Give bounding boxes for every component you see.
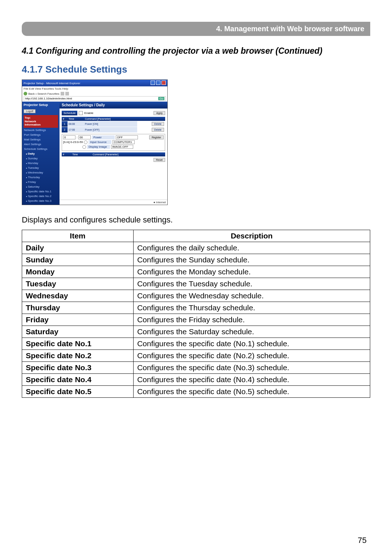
image-select[interactable]: IMAGE-OFF xyxy=(111,145,133,149)
cell-item: Daily xyxy=(22,242,134,254)
cell-item: Specific date No.5 xyxy=(22,385,134,397)
subsection-title: 4.1.7 Schedule Settings xyxy=(22,64,370,75)
delete-button[interactable]: Delete xyxy=(152,128,164,132)
th-time: Time xyxy=(68,117,84,121)
menubar[interactable]: File Edit View Favorites Tools Help xyxy=(22,86,167,91)
cell-item: Specific date No.1 xyxy=(22,338,134,349)
th-cmd: Command [Parameter] xyxy=(84,117,137,121)
status-bar: ● Internet xyxy=(60,200,167,205)
table-row: 2 17:00 Power [OFF] Delete xyxy=(62,127,165,133)
refresh-icon[interactable] xyxy=(61,92,64,95)
go-button[interactable]: Go xyxy=(158,97,164,100)
cell-item: Sunday xyxy=(22,254,134,266)
table-row: Specific date No.5Configures the specifi… xyxy=(22,385,370,397)
power-label: Power xyxy=(92,135,115,139)
input-select[interactable]: COMPUTER1 xyxy=(113,140,135,144)
cell-time: 17:00 xyxy=(68,127,84,133)
hhmm-label: [h:m] 0-23:0-59 xyxy=(63,140,83,144)
sidebar-sub-specific2[interactable]: Specific date No.2 xyxy=(26,194,58,199)
time-hour-input[interactable]: 0 xyxy=(63,135,75,139)
sidebar-item-port-settings[interactable]: Port Settings xyxy=(24,132,58,137)
sidebar-sub-friday[interactable]: Friday xyxy=(26,180,58,184)
sidebar-topblock[interactable]: Top: Network Information xyxy=(24,115,58,128)
window-controls[interactable] xyxy=(150,81,166,86)
sidebar-sub-tuesday[interactable]: Tuesday xyxy=(26,165,58,170)
th-time: Time xyxy=(71,152,91,156)
section-title: 4.1 Configuring and controlling the proj… xyxy=(22,46,370,56)
cell-desc: Configures the Tuesday schedule. xyxy=(133,278,370,290)
table-row: WednesdayConfigures the Wednesday schedu… xyxy=(22,290,370,302)
sidebar-sub-wednesday[interactable]: Wednesday xyxy=(26,170,58,175)
cell-desc: Configures the Friday schedule. xyxy=(133,314,370,326)
pane-title: Schedule Settings / Daily xyxy=(60,102,167,109)
status-label: Internet xyxy=(156,201,166,204)
address-bar[interactable]: http://192.168.1.10/admin/index.html Go xyxy=(24,96,166,101)
chapter-bar: 4. Management with Web browser software xyxy=(22,22,370,36)
window-title: Projector Setup - Microsoft Internet Exp… xyxy=(24,82,80,85)
cell-desc: Configures the specific date (No.3) sche… xyxy=(133,361,370,373)
cell-desc: Configures the Monday schedule. xyxy=(133,266,370,278)
cell-item: Monday xyxy=(22,266,134,278)
sidebar-sub-daily[interactable]: Daily xyxy=(26,151,58,156)
sidebar-item-mail-settings[interactable]: Mail Settings xyxy=(24,137,58,142)
table-row: Specific date No.2Configures the specifi… xyxy=(22,349,370,361)
enable-label: Enable xyxy=(84,111,93,115)
input-radio[interactable] xyxy=(84,140,87,144)
table-row: ThursdayConfigures the Thursday schedule… xyxy=(22,302,370,314)
maximize-icon[interactable] xyxy=(156,81,160,85)
empty-table: # Time Command [Parameter] xyxy=(62,152,165,156)
cell-desc: Configures the specific date (No.2) sche… xyxy=(133,349,370,361)
toolbar[interactable]: Back • Search Favorites xyxy=(22,91,167,96)
th-cmd: Command [Parameter] xyxy=(91,152,165,156)
schedule-table: # Time Command [Parameter] 1 08:00 Power… xyxy=(62,117,165,132)
cell-item: Thursday xyxy=(22,302,134,314)
th-idx: # xyxy=(62,152,71,156)
reset-button[interactable]: Reset xyxy=(154,158,165,162)
minimize-icon[interactable] xyxy=(151,81,155,85)
th-item: Item xyxy=(22,230,134,242)
time-min-input[interactable]: 00 xyxy=(78,135,91,139)
table-row: Specific date No.3Configures the specifi… xyxy=(22,361,370,373)
cell-cmd: Power [ON] xyxy=(84,121,137,127)
logoff-button[interactable]: Logoff xyxy=(24,109,36,113)
apply-button[interactable]: Apply xyxy=(154,111,165,115)
window-titlebar: Projector Setup - Microsoft Internet Exp… xyxy=(22,80,167,86)
close-icon[interactable] xyxy=(162,81,166,85)
table-row: 1 08:00 Power [ON] Delete xyxy=(62,121,165,127)
sidebar-item-network-settings[interactable]: Network Settings xyxy=(24,128,58,132)
sidebar-sub-saturday[interactable]: Saturday xyxy=(26,184,58,189)
table-row: SundayConfigures the Sunday schedule. xyxy=(22,254,370,266)
cell-item: Saturday xyxy=(22,326,134,338)
address-text: http://192.168.1.10/admin/index.html xyxy=(25,97,72,100)
cell-desc: Configures the specific date (No.1) sche… xyxy=(133,338,370,349)
sidebar-sub-thursday[interactable]: Thursday xyxy=(26,175,58,180)
table-row: DailyConfigures the daily schedule. xyxy=(22,242,370,254)
home-icon[interactable] xyxy=(65,92,69,95)
screenshot: Projector Setup - Microsoft Internet Exp… xyxy=(22,79,168,205)
cell-desc: Configures the Saturday schedule. xyxy=(133,326,370,338)
image-radio[interactable] xyxy=(82,145,86,149)
cell-item: Specific date No.4 xyxy=(22,373,134,385)
power-select[interactable]: OFF xyxy=(116,135,138,139)
sidebar-item-schedule-settings[interactable]: Schedule Settings xyxy=(24,147,58,151)
toolbar-text: Back • Search Favorites xyxy=(28,92,60,95)
sidebar-item-alert-settings[interactable]: Alert Settings xyxy=(24,142,58,147)
input-label: Input Source xyxy=(89,140,111,144)
schedule-label: Schedule xyxy=(62,111,77,115)
cell-item: Tuesday xyxy=(22,278,134,290)
cell-idx: 2 xyxy=(62,127,68,133)
sidebar-sub-specific3[interactable]: Specific date No.3 xyxy=(26,199,58,203)
cell-desc: Configures the daily schedule. xyxy=(133,242,370,254)
table-row: MondayConfigures the Monday schedule. xyxy=(22,266,370,278)
sidebar-sub-monday[interactable]: Monday xyxy=(26,161,58,165)
sidebar-sub-specific1[interactable]: Specific date No.1 xyxy=(26,189,58,194)
back-icon[interactable] xyxy=(24,92,27,95)
enable-checkbox[interactable] xyxy=(79,111,83,115)
page-number: 75 xyxy=(358,536,367,545)
register-button[interactable]: Register xyxy=(149,135,164,139)
schedule-editor: 0: 00 Power OFF Register [h:m] 0-23:0-59… xyxy=(62,134,165,151)
cell-desc: Configures the Thursday schedule. xyxy=(133,302,370,314)
delete-button[interactable]: Delete xyxy=(152,122,164,126)
sidebar-sub-sunday[interactable]: Sunday xyxy=(26,156,58,161)
th-description: Description xyxy=(133,230,370,242)
